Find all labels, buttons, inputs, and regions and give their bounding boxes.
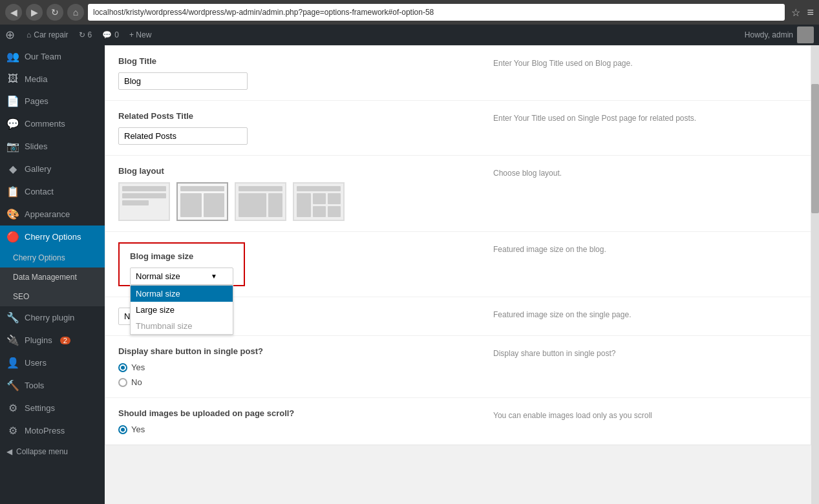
layout-col-main	[239, 193, 266, 217]
sidebar-item-label: Plugins	[25, 335, 52, 345]
share-button-radio-group: Yes No	[118, 362, 474, 387]
layout-option-3[interactable]	[235, 182, 286, 221]
sidebar-item-label: Pages	[25, 96, 48, 106]
tools-icon: 🔨	[6, 379, 19, 392]
browser-menu-icon[interactable]: ≡	[807, 6, 814, 19]
url-bar[interactable]	[88, 4, 785, 21]
sidebar-item-label: Appearance	[25, 209, 70, 219]
blog-image-size-label: Blog image size	[130, 251, 233, 261]
refresh-button[interactable]: ↻	[47, 4, 63, 21]
content-scroll: Blog Title Enter Your Blog Title used on…	[105, 45, 811, 504]
sidebar-item-label: Users	[25, 358, 47, 368]
layout-col-left	[180, 193, 202, 217]
sidebar-item-label: MotoPress	[25, 426, 65, 436]
bookmark-icon[interactable]: ☆	[791, 6, 800, 19]
sidebar-item-motopress[interactable]: ⚙ MotoPress	[0, 419, 105, 442]
sidebar-item-slides[interactable]: 📷 Slides	[0, 135, 105, 158]
radio-yes-circle	[118, 363, 127, 372]
sidebar-item-cherry-plugin[interactable]: 🔧 Cherry plugin	[0, 306, 105, 329]
share-button-left: Display share button in single post? Yes…	[118, 346, 474, 387]
sidebar-item-comments[interactable]: 💬 Comments	[0, 112, 105, 135]
sidebar-item-label: Contact	[25, 187, 54, 196]
new-item[interactable]: + New	[124, 25, 156, 45]
layout-option-2[interactable]	[176, 182, 228, 221]
site-name-item[interactable]: ⌂ Car repair	[21, 25, 74, 45]
cherry-plugin-icon: 🔧	[6, 311, 19, 324]
comments-item[interactable]: 💬 0	[97, 25, 124, 45]
share-button-hint: Display share button in single post?	[474, 346, 798, 359]
page-scroll-row: Should images be uploaded on page scroll…	[105, 398, 811, 445]
sidebar-item-cherry-options[interactable]: 🔴 Cherry Options	[0, 226, 105, 248]
wp-admin-bar: ⊕ ⌂ Car repair ↻ 6 💬 0 + New Howdy, admi…	[0, 25, 819, 45]
content-area: Blog Title Enter Your Blog Title used on…	[105, 45, 819, 504]
dropdown-option-normal[interactable]: Normal size	[131, 286, 233, 302]
sidebar-item-label: Our Team	[25, 52, 61, 61]
sidebar-item-tools[interactable]: 🔨 Tools	[0, 374, 105, 397]
pages-icon: 📄	[6, 95, 19, 107]
dropdown-option-large[interactable]: Large size	[131, 302, 233, 318]
sidebar-item-media[interactable]: 🖼 Media	[0, 68, 105, 90]
scrollbar-track[interactable]	[811, 45, 819, 504]
sidebar-item-label: Gallery	[25, 164, 51, 174]
collapse-menu-button[interactable]: ◀ Collapse menu	[0, 442, 105, 461]
blog-title-label: Blog Title	[118, 56, 474, 66]
radio-yes-label: Yes	[131, 425, 145, 434]
sidebar-item-data-management[interactable]: Data Management	[0, 268, 105, 287]
back-button[interactable]: ◀	[5, 4, 22, 21]
sidebar-item-label: Cherry Options	[25, 232, 81, 242]
blog-image-size-hint-text: Featured image size on the blog.	[493, 245, 606, 254]
comments-count: 0	[114, 30, 119, 39]
sidebar-item-users[interactable]: 👤 Users	[0, 352, 105, 374]
layout-bar	[122, 193, 166, 198]
blog-layout-left: Blog layout	[118, 166, 474, 221]
layout-bar	[297, 186, 341, 191]
radio-yes-circle	[118, 425, 127, 434]
sidebar-item-label: Cherry plugin	[25, 313, 74, 322]
home-button[interactable]: ⌂	[67, 4, 84, 21]
wp-logo-icon: ⊕	[5, 28, 15, 42]
layout-option-1[interactable]	[118, 182, 170, 221]
single-page-image-hint-text: Featured image size on the single page.	[493, 310, 631, 319]
blog-image-size-dropdown[interactable]: Normal size ▼	[130, 268, 233, 285]
forward-button[interactable]: ▶	[26, 4, 43, 21]
layout-bar	[122, 186, 166, 191]
sidebar-item-pages[interactable]: 📄 Pages	[0, 90, 105, 112]
layout-col	[313, 206, 326, 217]
page-scroll-yes[interactable]: Yes	[118, 425, 474, 434]
updates-icon: ↻	[79, 30, 85, 39]
sidebar-item-appearance[interactable]: 🎨 Appearance	[0, 203, 105, 226]
share-button-yes[interactable]: Yes	[118, 362, 474, 372]
related-posts-label: Related Posts Title	[118, 111, 474, 121]
related-posts-input[interactable]	[118, 127, 248, 145]
layout-two-col	[239, 193, 282, 217]
blog-title-input[interactable]	[118, 72, 248, 90]
sidebar-item-plugins[interactable]: 🔌 Plugins 2	[0, 329, 105, 352]
sidebar-item-label: Slides	[25, 142, 47, 151]
blog-title-hint-text: Enter Your Blog Title used on Blog page.	[493, 59, 633, 68]
blog-image-size-row: Blog image size Normal size ▼ Normal siz…	[105, 232, 811, 297]
sidebar-item-settings[interactable]: ⚙ Settings	[0, 397, 105, 419]
related-posts-left: Related Posts Title	[118, 111, 474, 145]
page-scroll-hint: You can enable images load only as you s…	[474, 408, 798, 421]
sidebar-item-cherry-options-main[interactable]: Cherry Options	[0, 248, 105, 268]
layout-col	[328, 206, 341, 217]
dropdown-option-thumbnail[interactable]: Thumbnail size	[131, 318, 233, 334]
page-scroll-radio-group: Yes	[118, 425, 474, 434]
share-button-no[interactable]: No	[118, 377, 474, 387]
layout-col-side	[268, 193, 282, 217]
sidebar-item-seo[interactable]: SEO	[0, 287, 105, 306]
sidebar-item-gallery[interactable]: ◆ Gallery	[0, 158, 105, 180]
updates-item[interactable]: ↻ 6	[74, 25, 98, 45]
layout-option-4[interactable]	[293, 182, 345, 221]
sidebar-item-contact[interactable]: 📋 Contact	[0, 180, 105, 203]
updates-count: 6	[88, 30, 92, 39]
scrollbar-thumb[interactable]	[811, 84, 819, 213]
page-scroll-label: Should images be uploaded on page scroll…	[118, 408, 474, 418]
sidebar-item-label: Comments	[25, 119, 65, 129]
share-button-row: Display share button in single post? Yes…	[105, 336, 811, 398]
page-scroll-hint-text: You can enable images load only as you s…	[493, 411, 652, 420]
plugins-badge: 2	[60, 337, 70, 344]
sidebar-item-our-team[interactable]: 👥 Our Team	[0, 45, 105, 68]
blog-layout-label: Blog layout	[118, 166, 474, 176]
layout-col	[313, 193, 326, 204]
